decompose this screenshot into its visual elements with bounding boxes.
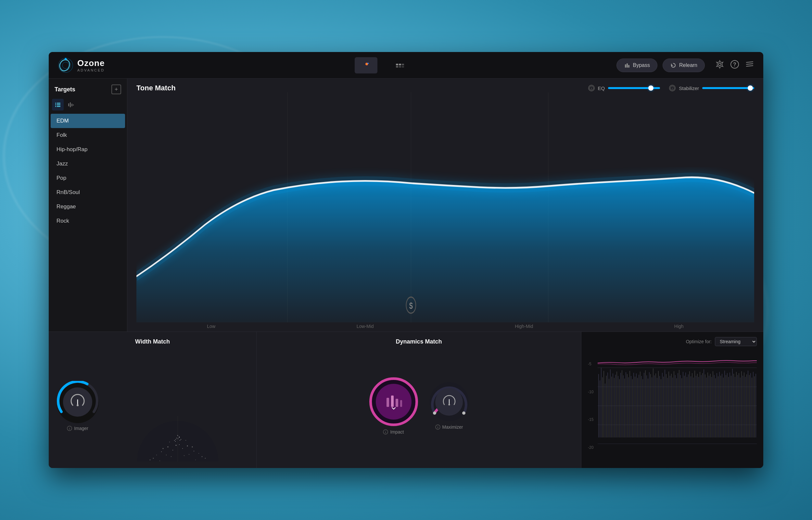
svg-rect-171 (694, 370, 695, 438)
eq-slider-thumb (648, 85, 653, 91)
svg-rect-23 (57, 103, 60, 104)
svg-rect-127 (637, 378, 638, 438)
db-label-minus15: -15 (588, 417, 593, 422)
svg-rect-10 (396, 66, 398, 68)
db-label-minus20: -20 (588, 445, 593, 450)
svg-rect-110 (615, 375, 616, 438)
svg-rect-114 (620, 373, 621, 438)
svg-rect-204 (737, 375, 738, 438)
svg-point-66 (180, 439, 181, 440)
app-name: Ozone (77, 58, 105, 68)
svg-point-77 (175, 441, 176, 442)
svg-rect-133 (645, 370, 646, 438)
svg-rect-112 (618, 376, 618, 438)
svg-rect-119 (627, 374, 627, 438)
optimize-label: Optimize for: (686, 339, 711, 344)
svg-rect-13 (625, 64, 626, 68)
sidebar-title: Targets (55, 86, 75, 93)
stabilizer-control: i Stabilizer (669, 85, 754, 91)
dynamics-content: i Impact (264, 350, 573, 462)
stabilizer-slider[interactable] (702, 87, 754, 89)
logo-area: Ozone ADVANCED (58, 57, 149, 73)
svg-rect-206 (740, 378, 740, 438)
eq-label: EQ (598, 85, 605, 91)
sidebar-item-hiphop[interactable]: Hip-hop/Rap (51, 142, 125, 157)
svg-rect-215 (752, 378, 752, 438)
svg-rect-198 (729, 372, 730, 438)
list-view-button[interactable] (52, 99, 64, 110)
eq-slider[interactable] (608, 87, 660, 89)
svg-rect-28 (68, 103, 69, 106)
svg-rect-188 (717, 373, 717, 438)
svg-point-71 (160, 461, 160, 461)
relearn-button[interactable]: Relearn (663, 58, 705, 72)
svg-point-69 (171, 456, 171, 457)
svg-point-73 (176, 438, 177, 438)
svg-text:i: i (385, 431, 386, 434)
tone-match-header: Tone Match i EQ (127, 79, 763, 92)
svg-point-67 (167, 446, 168, 447)
svg-rect-217 (754, 376, 755, 438)
svg-text:S: S (409, 300, 413, 311)
sidebar-item-rnb[interactable]: RnB/Soul (51, 185, 125, 200)
waveform-svg (588, 349, 757, 463)
tone-chart-area: S (127, 92, 763, 322)
logo-icon (58, 57, 74, 73)
sidebar-item-folk[interactable]: Folk (51, 128, 125, 142)
waveform-header: Optimize for: Streaming CD/Download Cust… (588, 337, 757, 346)
stabilizer-info-icon[interactable]: i (669, 85, 676, 91)
maximizer-knob-area: i Maximizer (430, 382, 469, 430)
optimize-select[interactable]: Streaming CD/Download Custom (715, 337, 757, 346)
svg-rect-201 (733, 374, 734, 438)
waveform-view-button[interactable] (65, 99, 77, 110)
dynamics-match-title: Dynamics Match (264, 338, 573, 345)
svg-point-65 (174, 440, 175, 441)
stereo-field-viz (107, 350, 249, 462)
svg-rect-11 (399, 66, 401, 68)
imager-knob[interactable] (57, 381, 99, 423)
svg-rect-205 (738, 373, 739, 438)
svg-rect-83 (400, 400, 402, 407)
settings-icon[interactable] (715, 60, 724, 71)
svg-rect-25 (57, 104, 60, 105)
svg-rect-195 (726, 375, 726, 438)
svg-text:i: i (672, 87, 673, 90)
eq-info-icon[interactable]: i (588, 85, 595, 91)
svg-point-3 (65, 58, 66, 60)
svg-rect-100 (602, 377, 603, 438)
svg-rect-199 (731, 376, 731, 438)
sidebar-item-rock[interactable]: Rock (51, 214, 125, 228)
svg-rect-115 (622, 370, 622, 438)
impact-knob[interactable] (369, 377, 418, 426)
svg-rect-123 (632, 379, 633, 438)
svg-rect-149 (666, 374, 667, 438)
modules-tab[interactable] (388, 57, 411, 74)
app-window: Ozone ADVANCED (49, 52, 763, 468)
spectrum-tab[interactable] (355, 57, 377, 74)
svg-rect-130 (641, 376, 642, 438)
svg-rect-107 (611, 377, 612, 438)
svg-rect-185 (712, 371, 713, 438)
bypass-button[interactable]: Bypass (616, 58, 657, 72)
svg-line-19 (747, 62, 753, 62)
svg-rect-162 (683, 372, 683, 438)
help-icon[interactable]: ? (730, 60, 739, 71)
sidebar-item-pop[interactable]: Pop (51, 171, 125, 185)
width-match-panel: Width Match (49, 332, 257, 468)
sidebar-item-edm[interactable]: EDM (51, 114, 125, 128)
maximizer-knob[interactable] (430, 382, 469, 421)
bottom-section: Width Match (49, 332, 763, 468)
svg-rect-128 (639, 375, 639, 438)
menu-icon[interactable] (745, 60, 754, 71)
bypass-label: Bypass (633, 62, 650, 68)
sidebar-item-reggae[interactable]: Reggae (51, 200, 125, 214)
svg-rect-174 (698, 377, 699, 438)
add-target-button[interactable]: + (111, 84, 121, 94)
sidebar-item-jazz[interactable]: Jazz (51, 157, 125, 171)
svg-rect-216 (753, 372, 754, 438)
svg-text:i: i (591, 87, 592, 90)
svg-rect-173 (697, 374, 698, 438)
dynamics-match-panel: Dynamics Match (257, 332, 581, 468)
svg-rect-120 (628, 377, 629, 438)
svg-rect-147 (663, 377, 664, 438)
